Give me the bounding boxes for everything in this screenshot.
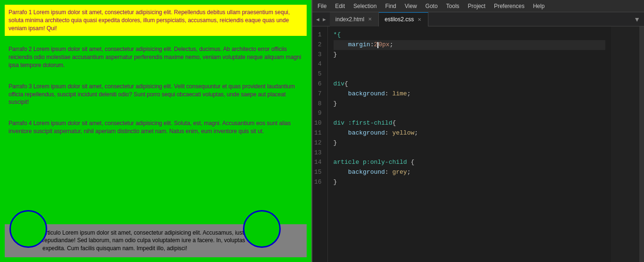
circle-right-decoration bbox=[243, 210, 281, 248]
paragraph-3: Parrafo 3 Lorem ipsum dolor sit amet, co… bbox=[5, 79, 307, 110]
code-line-16: } bbox=[334, 177, 605, 187]
code-line-10: div :first-child{ bbox=[334, 118, 605, 128]
menu-file[interactable]: File bbox=[316, 2, 328, 10]
menu-find[interactable]: Find bbox=[384, 2, 397, 10]
menu-goto[interactable]: Goto bbox=[424, 2, 439, 10]
code-line-3: } bbox=[334, 50, 605, 60]
menu-edit[interactable]: Edit bbox=[334, 2, 346, 10]
menu-view[interactable]: View bbox=[403, 2, 418, 10]
paragraph-2: Parrafo 2 Lorem ipsum dolor sit amet, co… bbox=[5, 42, 307, 73]
code-line-5 bbox=[334, 69, 605, 79]
preview-content: Parrafo 1 Lorem ipsum dolor sit amet, co… bbox=[5, 5, 307, 257]
code-line-12: } bbox=[334, 138, 605, 148]
tab-css-close[interactable]: ✕ bbox=[417, 17, 422, 23]
line-numbers: 1 2 3 4 5 6 7 8 9 10 11 12 13 14 15 16 bbox=[312, 26, 328, 262]
menu-selection[interactable]: Selection bbox=[352, 2, 378, 10]
tab-html-close[interactable]: ✕ bbox=[367, 16, 373, 22]
tab-dropdown-arrow[interactable]: ▼ bbox=[630, 16, 644, 23]
scrollbar[interactable] bbox=[639, 26, 644, 262]
code-editor: File Edit Selection Find View Goto Tools… bbox=[311, 0, 644, 262]
tab-html-label: index2.html bbox=[335, 16, 364, 23]
code-line-9 bbox=[334, 109, 605, 118]
code-area[interactable]: 1 2 3 4 5 6 7 8 9 10 11 12 13 14 15 16 *… bbox=[312, 26, 644, 262]
code-editor-content[interactable]: *{ margin:20px; } div{ background: lime;… bbox=[328, 26, 611, 262]
code-line-11: background: yellow; bbox=[334, 128, 605, 138]
code-line-15: background: grey; bbox=[334, 168, 605, 177]
code-line-7: background: lime; bbox=[334, 89, 605, 99]
code-line-2: margin:20px; bbox=[334, 40, 605, 50]
tab-css-label: estilos2.css bbox=[385, 16, 414, 23]
browser-preview: Parrafo 1 Lorem ipsum dolor sit amet, co… bbox=[0, 0, 311, 262]
paragraph-4: Parrafo 4 Lorem ipsum dolor sit amet, co… bbox=[5, 116, 307, 139]
code-line-6: div{ bbox=[334, 79, 605, 89]
menu-preferences[interactable]: Preferences bbox=[493, 2, 526, 10]
code-line-1: *{ bbox=[334, 30, 605, 40]
tab-html[interactable]: index2.html ✕ bbox=[330, 12, 379, 26]
nav-arrows[interactable]: ◄ ► bbox=[312, 17, 330, 22]
menu-help[interactable]: Help bbox=[532, 2, 546, 10]
minimap bbox=[611, 26, 639, 262]
menu-project[interactable]: Project bbox=[467, 2, 487, 10]
circle-left-decoration bbox=[9, 210, 47, 248]
code-line-14: article p:only-child { bbox=[334, 158, 605, 168]
code-line-4 bbox=[334, 59, 605, 69]
code-line-13 bbox=[334, 148, 605, 158]
menu-tools[interactable]: Tools bbox=[445, 2, 461, 10]
tab-css[interactable]: estilos2.css ✕ bbox=[379, 12, 428, 26]
code-line-8: } bbox=[334, 99, 605, 109]
paragraph-1: Parrafo 1 Lorem ipsum dolor sit amet, co… bbox=[5, 5, 307, 36]
tab-bar: ◄ ► index2.html ✕ estilos2.css ✕ ▼ bbox=[312, 12, 644, 26]
menu-bar: File Edit Selection Find View Goto Tools… bbox=[312, 0, 644, 12]
